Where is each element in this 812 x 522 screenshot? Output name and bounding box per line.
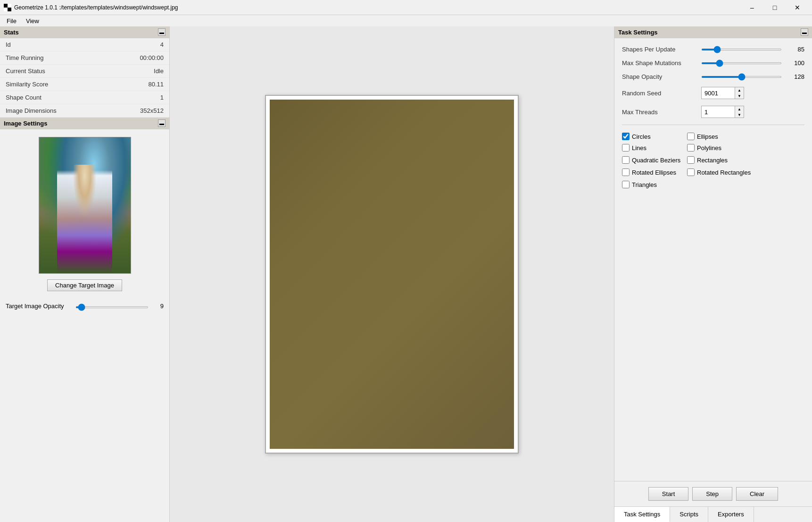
stat-row-similarity: Similarity Score 80.11 — [0, 78, 169, 91]
menu-file[interactable]: File — [2, 17, 21, 25]
image-preview-container: Change Target Image — [0, 129, 169, 299]
stat-value-dimensions: 352x512 — [140, 107, 164, 114]
image-settings-header: Image Settings ▬ — [0, 118, 169, 129]
max-threads-input[interactable] — [702, 108, 735, 117]
task-settings-header: Task Settings ▬ — [614, 26, 812, 38]
image-settings-collapse-btn[interactable]: ▬ — [158, 119, 166, 127]
ellipses-checkbox[interactable] — [687, 133, 695, 140]
image-settings-title: Image Settings — [4, 120, 47, 127]
tab-exporters[interactable]: Exporters — [708, 507, 754, 522]
tab-task-settings[interactable]: Task Settings — [614, 507, 670, 522]
rotated-rectangles-checkbox[interactable] — [687, 168, 695, 176]
random-seed-row: Random Seed ▲ ▼ — [622, 87, 804, 99]
max-threads-up-button[interactable]: ▲ — [735, 106, 744, 112]
shape-opacity-slider[interactable] — [701, 76, 782, 78]
change-target-image-button[interactable]: Change Target Image — [47, 279, 122, 291]
checkbox-item-triangles: Triangles — [622, 181, 683, 188]
checkbox-item-rotated-ellipses: Rotated Ellipses — [622, 168, 683, 176]
title-bar: Geometrize 1.0.1 :/templates/templates/w… — [0, 0, 812, 15]
quadratic-beziers-label[interactable]: Quadratic Beziers — [632, 157, 680, 164]
clear-button[interactable]: Clear — [736, 487, 778, 501]
triangles-checkbox[interactable] — [622, 181, 630, 188]
max-threads-spinbox-buttons: ▲ ▼ — [735, 106, 744, 118]
image-thumbnail — [39, 137, 131, 274]
task-settings-collapse-btn[interactable]: ▬ — [801, 28, 808, 36]
circles-checkbox[interactable] — [622, 133, 630, 140]
shapes-per-update-slider[interactable] — [701, 49, 782, 51]
target-opacity-slider[interactable] — [75, 306, 149, 308]
random-seed-up-button[interactable]: ▲ — [735, 87, 744, 93]
rotated-ellipses-label[interactable]: Rotated Ellipses — [632, 169, 676, 176]
minimize-button[interactable]: – — [741, 0, 763, 15]
checkbox-item-rectangles: Rectangles — [687, 156, 748, 164]
shape-opacity-label: Shape Opacity — [622, 73, 697, 80]
app-icon — [4, 4, 11, 11]
checkbox-item-ellipses: Ellipses — [687, 133, 748, 140]
stat-label-id: Id — [6, 41, 11, 48]
right-panel: Task Settings ▬ Shapes Per Update 85 Max… — [614, 26, 812, 522]
step-button[interactable]: Step — [692, 487, 732, 501]
stats-header: Stats ▬ — [0, 26, 169, 38]
maximize-button[interactable]: □ — [764, 0, 786, 15]
stat-value-status: Idle — [154, 67, 164, 75]
checkbox-item-polylines: Polylines — [687, 144, 748, 152]
tab-scripts[interactable]: Scripts — [670, 507, 708, 522]
random-seed-down-button[interactable]: ▼ — [735, 93, 744, 99]
max-threads-row: Max Threads ▲ ▼ — [622, 106, 804, 118]
target-opacity-slider-container — [75, 303, 149, 310]
checkbox-row-1: Circles Ellipses Lines Polylines — [622, 133, 804, 152]
stats-collapse-btn[interactable]: ▬ — [158, 28, 166, 36]
max-shape-mutations-slider[interactable] — [701, 62, 782, 64]
stat-value-similarity: 80.11 — [148, 81, 164, 88]
ellipses-label[interactable]: Ellipses — [697, 133, 718, 140]
shape-opacity-row: Shape Opacity 128 — [622, 73, 804, 80]
max-threads-label: Max Threads — [622, 109, 697, 116]
max-shape-mutations-label: Max Shape Mutations — [622, 59, 697, 67]
stat-row-shape-count: Shape Count 1 — [0, 91, 169, 104]
checkbox-item-circles: Circles — [622, 133, 683, 140]
rectangles-checkbox[interactable] — [687, 156, 695, 164]
shape-type-checkboxes: Circles Ellipses Lines Polylines — [622, 125, 804, 188]
stat-value-id: 4 — [160, 41, 164, 48]
image-settings-section: Image Settings ▬ Change Target Image Tar… — [0, 118, 169, 313]
thumbnail-image — [39, 137, 131, 273]
triangles-label[interactable]: Triangles — [632, 181, 657, 188]
start-button[interactable]: Start — [648, 487, 688, 501]
window-title: Geometrize 1.0.1 :/templates/templates/w… — [14, 4, 741, 11]
rotated-ellipses-checkbox[interactable] — [622, 168, 630, 176]
random-seed-input[interactable] — [702, 89, 735, 98]
target-opacity-row: Target Image Opacity 9 — [0, 299, 169, 313]
center-panel — [170, 26, 614, 522]
checkbox-row-4: Triangles — [622, 181, 804, 188]
max-shape-mutations-value: 100 — [786, 59, 804, 67]
close-button[interactable]: ✕ — [787, 0, 808, 15]
left-panel: Stats ▬ Id 4 Time Running 00:00:00 Curre… — [0, 26, 170, 522]
circles-label[interactable]: Circles — [632, 133, 651, 140]
max-shape-mutations-row: Max Shape Mutations 100 — [622, 59, 804, 67]
stats-section: Stats ▬ Id 4 Time Running 00:00:00 Curre… — [0, 26, 169, 118]
rotated-rectangles-label[interactable]: Rotated Rectangles — [697, 169, 751, 176]
max-threads-down-button[interactable]: ▼ — [735, 112, 744, 118]
random-seed-spinbox: ▲ ▼ — [701, 87, 744, 99]
stat-row-id: Id 4 — [0, 38, 169, 51]
menu-view[interactable]: View — [21, 17, 44, 25]
svg-rect-0 — [4, 4, 8, 8]
canvas-area — [270, 100, 514, 449]
target-opacity-value: 9 — [152, 303, 164, 310]
svg-rect-1 — [8, 8, 11, 11]
rectangles-label[interactable]: Rectangles — [697, 157, 728, 164]
stat-label-status: Current Status — [6, 67, 45, 75]
random-seed-spinbox-buttons: ▲ ▼ — [735, 87, 744, 99]
task-buttons-row: Start Step Clear — [614, 481, 812, 506]
polylines-checkbox[interactable] — [687, 144, 695, 152]
quadratic-beziers-checkbox[interactable] — [622, 156, 630, 164]
stat-label-time: Time Running — [6, 54, 43, 61]
stat-label-shape-count: Shape Count — [6, 94, 41, 101]
stat-value-shape-count: 1 — [160, 94, 164, 101]
lines-checkbox[interactable] — [622, 144, 630, 152]
checkbox-item-rotated-rectangles: Rotated Rectangles — [687, 168, 751, 176]
polylines-label[interactable]: Polylines — [697, 144, 721, 152]
menu-bar: File View — [0, 15, 812, 26]
lines-label[interactable]: Lines — [632, 144, 646, 152]
stats-title: Stats — [4, 29, 19, 36]
